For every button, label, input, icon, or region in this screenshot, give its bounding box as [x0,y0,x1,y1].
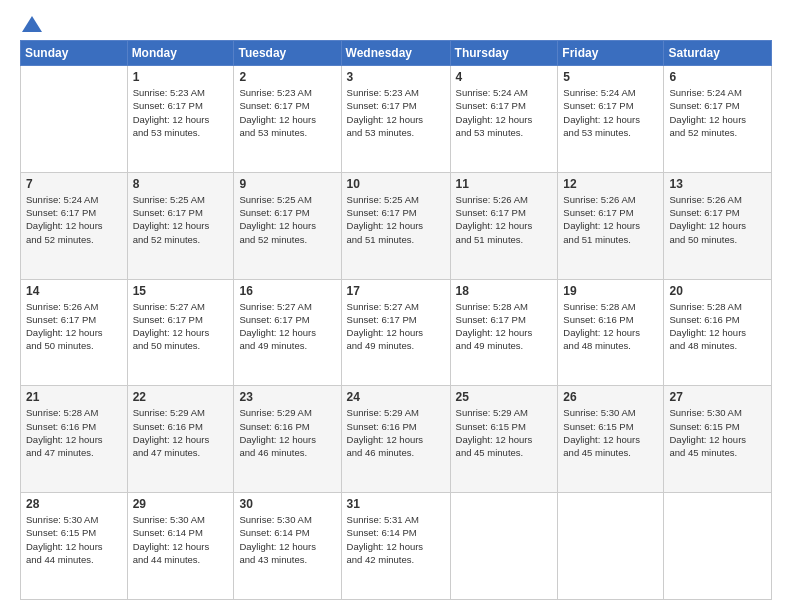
calendar-cell [21,66,128,173]
calendar-cell: 14Sunrise: 5:26 AMSunset: 6:17 PMDayligh… [21,279,128,386]
cell-info: Sunrise: 5:26 AMSunset: 6:17 PMDaylight:… [669,193,766,246]
cell-date: 17 [347,284,445,298]
cell-date: 27 [669,390,766,404]
header-cell-tuesday: Tuesday [234,41,341,66]
cell-date: 2 [239,70,335,84]
cell-date: 20 [669,284,766,298]
cell-date: 24 [347,390,445,404]
cell-info: Sunrise: 5:30 AMSunset: 6:15 PMDaylight:… [669,406,766,459]
cell-info: Sunrise: 5:23 AMSunset: 6:17 PMDaylight:… [239,86,335,139]
calendar-body: 1Sunrise: 5:23 AMSunset: 6:17 PMDaylight… [21,66,772,600]
calendar-cell: 16Sunrise: 5:27 AMSunset: 6:17 PMDayligh… [234,279,341,386]
cell-info: Sunrise: 5:31 AMSunset: 6:14 PMDaylight:… [347,513,445,566]
svg-marker-0 [22,16,42,32]
calendar-table: SundayMondayTuesdayWednesdayThursdayFrid… [20,40,772,600]
cell-info: Sunrise: 5:27 AMSunset: 6:17 PMDaylight:… [239,300,335,353]
cell-date: 11 [456,177,553,191]
cell-date: 18 [456,284,553,298]
header [20,16,772,30]
header-cell-monday: Monday [127,41,234,66]
calendar-cell [664,493,772,600]
cell-info: Sunrise: 5:29 AMSunset: 6:16 PMDaylight:… [239,406,335,459]
cell-info: Sunrise: 5:23 AMSunset: 6:17 PMDaylight:… [133,86,229,139]
cell-date: 1 [133,70,229,84]
logo-icon [22,16,42,32]
cell-date: 10 [347,177,445,191]
cell-date: 12 [563,177,658,191]
cell-date: 9 [239,177,335,191]
calendar-cell: 29Sunrise: 5:30 AMSunset: 6:14 PMDayligh… [127,493,234,600]
header-cell-friday: Friday [558,41,664,66]
calendar-cell: 25Sunrise: 5:29 AMSunset: 6:15 PMDayligh… [450,386,558,493]
header-cell-sunday: Sunday [21,41,128,66]
cell-date: 19 [563,284,658,298]
calendar-cell: 26Sunrise: 5:30 AMSunset: 6:15 PMDayligh… [558,386,664,493]
cell-info: Sunrise: 5:28 AMSunset: 6:17 PMDaylight:… [456,300,553,353]
cell-info: Sunrise: 5:23 AMSunset: 6:17 PMDaylight:… [347,86,445,139]
page: SundayMondayTuesdayWednesdayThursdayFrid… [0,0,792,612]
cell-info: Sunrise: 5:24 AMSunset: 6:17 PMDaylight:… [26,193,122,246]
calendar-cell: 18Sunrise: 5:28 AMSunset: 6:17 PMDayligh… [450,279,558,386]
cell-date: 25 [456,390,553,404]
cell-date: 8 [133,177,229,191]
cell-date: 22 [133,390,229,404]
cell-info: Sunrise: 5:24 AMSunset: 6:17 PMDaylight:… [563,86,658,139]
cell-info: Sunrise: 5:26 AMSunset: 6:17 PMDaylight:… [563,193,658,246]
cell-date: 23 [239,390,335,404]
cell-info: Sunrise: 5:30 AMSunset: 6:14 PMDaylight:… [239,513,335,566]
cell-info: Sunrise: 5:24 AMSunset: 6:17 PMDaylight:… [456,86,553,139]
cell-info: Sunrise: 5:26 AMSunset: 6:17 PMDaylight:… [26,300,122,353]
calendar-cell: 9Sunrise: 5:25 AMSunset: 6:17 PMDaylight… [234,172,341,279]
header-cell-thursday: Thursday [450,41,558,66]
cell-date: 6 [669,70,766,84]
calendar-cell: 23Sunrise: 5:29 AMSunset: 6:16 PMDayligh… [234,386,341,493]
cell-info: Sunrise: 5:30 AMSunset: 6:15 PMDaylight:… [26,513,122,566]
cell-date: 29 [133,497,229,511]
calendar-cell: 6Sunrise: 5:24 AMSunset: 6:17 PMDaylight… [664,66,772,173]
calendar-cell: 17Sunrise: 5:27 AMSunset: 6:17 PMDayligh… [341,279,450,386]
logo [20,16,42,30]
cell-date: 13 [669,177,766,191]
cell-date: 14 [26,284,122,298]
cell-info: Sunrise: 5:30 AMSunset: 6:15 PMDaylight:… [563,406,658,459]
calendar-cell: 15Sunrise: 5:27 AMSunset: 6:17 PMDayligh… [127,279,234,386]
calendar-cell: 21Sunrise: 5:28 AMSunset: 6:16 PMDayligh… [21,386,128,493]
cell-date: 4 [456,70,553,84]
calendar-cell: 22Sunrise: 5:29 AMSunset: 6:16 PMDayligh… [127,386,234,493]
cell-info: Sunrise: 5:24 AMSunset: 6:17 PMDaylight:… [669,86,766,139]
cell-date: 7 [26,177,122,191]
cell-date: 28 [26,497,122,511]
calendar-cell: 1Sunrise: 5:23 AMSunset: 6:17 PMDaylight… [127,66,234,173]
cell-date: 3 [347,70,445,84]
calendar-cell: 3Sunrise: 5:23 AMSunset: 6:17 PMDaylight… [341,66,450,173]
calendar-cell [450,493,558,600]
cell-date: 26 [563,390,658,404]
cell-info: Sunrise: 5:29 AMSunset: 6:16 PMDaylight:… [133,406,229,459]
calendar-cell: 5Sunrise: 5:24 AMSunset: 6:17 PMDaylight… [558,66,664,173]
header-cell-wednesday: Wednesday [341,41,450,66]
calendar-cell: 8Sunrise: 5:25 AMSunset: 6:17 PMDaylight… [127,172,234,279]
calendar-cell: 28Sunrise: 5:30 AMSunset: 6:15 PMDayligh… [21,493,128,600]
cell-info: Sunrise: 5:28 AMSunset: 6:16 PMDaylight:… [26,406,122,459]
header-cell-saturday: Saturday [664,41,772,66]
cell-info: Sunrise: 5:30 AMSunset: 6:14 PMDaylight:… [133,513,229,566]
cell-info: Sunrise: 5:25 AMSunset: 6:17 PMDaylight:… [347,193,445,246]
calendar-cell: 12Sunrise: 5:26 AMSunset: 6:17 PMDayligh… [558,172,664,279]
cell-info: Sunrise: 5:28 AMSunset: 6:16 PMDaylight:… [669,300,766,353]
calendar-cell: 2Sunrise: 5:23 AMSunset: 6:17 PMDaylight… [234,66,341,173]
calendar-cell: 31Sunrise: 5:31 AMSunset: 6:14 PMDayligh… [341,493,450,600]
calendar-cell: 13Sunrise: 5:26 AMSunset: 6:17 PMDayligh… [664,172,772,279]
week-row-5: 28Sunrise: 5:30 AMSunset: 6:15 PMDayligh… [21,493,772,600]
cell-info: Sunrise: 5:27 AMSunset: 6:17 PMDaylight:… [347,300,445,353]
calendar-header: SundayMondayTuesdayWednesdayThursdayFrid… [21,41,772,66]
week-row-2: 7Sunrise: 5:24 AMSunset: 6:17 PMDaylight… [21,172,772,279]
cell-info: Sunrise: 5:25 AMSunset: 6:17 PMDaylight:… [133,193,229,246]
cell-date: 5 [563,70,658,84]
cell-info: Sunrise: 5:29 AMSunset: 6:16 PMDaylight:… [347,406,445,459]
cell-info: Sunrise: 5:28 AMSunset: 6:16 PMDaylight:… [563,300,658,353]
week-row-4: 21Sunrise: 5:28 AMSunset: 6:16 PMDayligh… [21,386,772,493]
cell-info: Sunrise: 5:25 AMSunset: 6:17 PMDaylight:… [239,193,335,246]
week-row-3: 14Sunrise: 5:26 AMSunset: 6:17 PMDayligh… [21,279,772,386]
calendar-cell: 27Sunrise: 5:30 AMSunset: 6:15 PMDayligh… [664,386,772,493]
cell-info: Sunrise: 5:29 AMSunset: 6:15 PMDaylight:… [456,406,553,459]
